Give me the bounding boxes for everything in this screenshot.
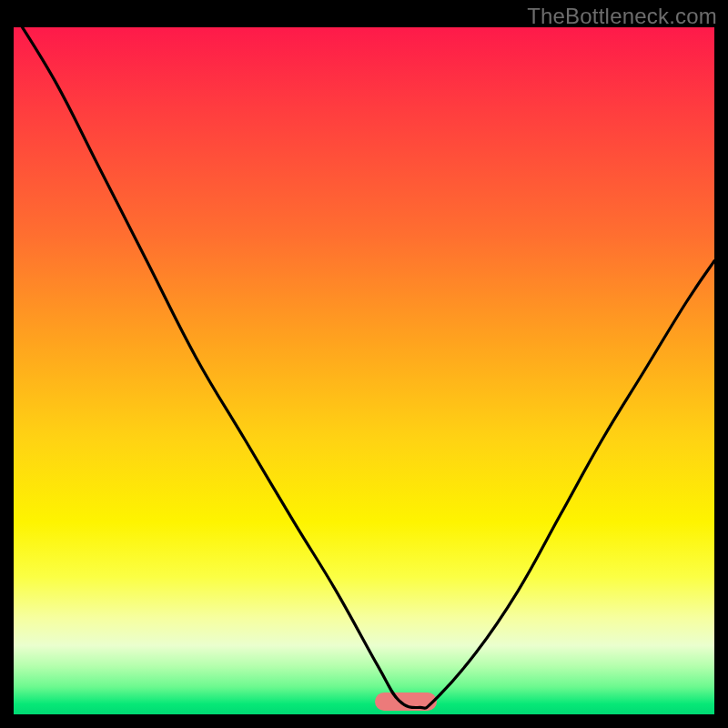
curve-path — [14, 27, 714, 708]
watermark-text: TheBottleneck.com — [527, 4, 717, 29]
bottleneck-curve — [14, 27, 714, 714]
plot-area — [14, 27, 714, 714]
chart-frame: TheBottleneck.com — [0, 0, 728, 728]
